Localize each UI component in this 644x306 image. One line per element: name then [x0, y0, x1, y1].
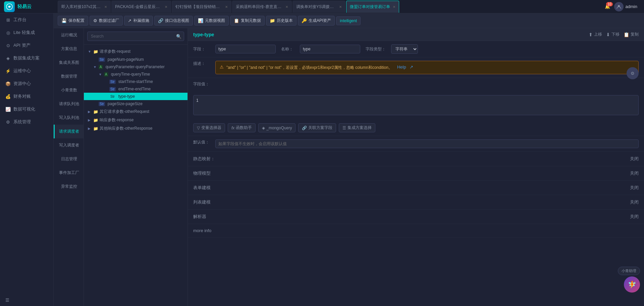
sidebar-item-resource[interactable]: 📦 资源中心 [0, 77, 53, 90]
tree-node-11[interactable]: ▶ 📁 其他响应参数-otherResponse [84, 124, 187, 133]
physical-model-value[interactable]: 关闭 [630, 170, 639, 176]
left-nav-write-scheduler[interactable]: 写入调度者 [54, 138, 84, 152]
meta-view-button[interactable]: 📊 元数据视图 [194, 16, 229, 26]
left-nav-plan[interactable]: 方案信息 [54, 42, 84, 56]
field-type-select[interactable]: 字符串 [391, 44, 418, 54]
gen-api-button[interactable]: 🔑 生成API资产 [298, 16, 335, 26]
user-info[interactable]: admin [614, 2, 637, 11]
left-nav-req-queue[interactable]: 请求队列池 [54, 97, 84, 111]
content-area: 💾 保存配置 ⚙ 数据过滤厂 ↗ 补漏措施 🔗 接口信息视图 📊 元数据视图 📋 [54, 13, 644, 306]
history-button[interactable]: 📁 历史版本 [266, 16, 297, 26]
copy-meta-button[interactable]: 📋 复制元数据 [230, 16, 265, 26]
sidebar-item-workbench[interactable]: ⊞ 工作台 [0, 13, 53, 26]
static-map-value[interactable]: 关闭 [630, 156, 639, 162]
left-nav-event-factory[interactable]: 事件加工厂 [54, 166, 84, 180]
form-build-value[interactable]: 关闭 [630, 185, 639, 191]
parser-label: 解析器 [193, 214, 206, 220]
related-field-button[interactable]: 🔗 关联方案字段 [298, 123, 336, 132]
detail-panel: type-type ⬆ 上移 ⬇ 下移 📋 复制 [188, 28, 644, 306]
search-icon: 🔍 [176, 34, 181, 39]
up-button[interactable]: ⬆ 上移 [589, 32, 602, 37]
tab-label-3: 钉钉报销【项目报销销】->金蝶付款单【班西】 [175, 4, 222, 10]
supplement-button[interactable]: ↗ 补漏措施 [124, 16, 153, 26]
parser-value[interactable]: 关闭 [630, 214, 639, 220]
left-nav-query[interactable]: 小青查数 [54, 83, 84, 97]
tree-node-6[interactable]: Str endTime-endTime [84, 85, 187, 93]
tab-label-1: 即入库对接107v2其他入库 [61, 4, 102, 10]
avatar [614, 2, 624, 11]
tab-6[interactable]: 微盟订单对接管易订单 ✕ [346, 1, 399, 13]
more-info-row: more info [188, 224, 644, 237]
sub-content: 运行概况 方案信息 集成关系图 数据管理 小青查数 请求队列池 [54, 28, 644, 306]
settings-float-button[interactable]: ⚙ [627, 67, 639, 79]
tab-close-6[interactable]: ✕ [393, 5, 395, 9]
up-label: 上移 [594, 32, 602, 37]
assistant-avatar[interactable]: 🧚 [624, 276, 640, 293]
tab-2[interactable]: PACKAGE-金蝶云星辰物料写入旺店通货品档案 ✕ [111, 1, 171, 13]
tab-close-2[interactable]: ✕ [165, 5, 167, 9]
detail-header: type-type ⬆ 上移 ⬇ 下移 📋 复制 [188, 28, 644, 41]
left-nav-req-scheduler[interactable]: 请求调度者 [54, 125, 84, 138]
left-nav-log-mgmt-label: 日志管理 [61, 157, 77, 161]
var-selector-button[interactable]: ▽ 变量选择器 [193, 123, 225, 132]
expand-icon-10: ▶ [88, 118, 92, 122]
related-field-label: 关联方案字段 [308, 125, 332, 131]
toolbar: 💾 保存配置 ⚙ 数据过滤厂 ↗ 补漏措施 🔗 接口信息视图 📊 元数据视图 📋 [54, 13, 644, 28]
down-label: 下移 [611, 32, 620, 37]
arr-icon-4: A [104, 72, 108, 77]
tree-node-4[interactable]: ▼ A queryTime-queryTime [84, 71, 187, 78]
down-button[interactable]: ⬇ 下移 [606, 32, 620, 37]
sidebar-item-ops[interactable]: ⚡ 运维中心 [0, 64, 53, 77]
sidebar-item-lite[interactable]: ◎ Lite 轻集成 [0, 26, 53, 39]
tab-close-3[interactable]: ✕ [225, 5, 228, 9]
intelligent-button[interactable]: intelligent [336, 16, 361, 25]
left-nav-relation[interactable]: 集成关系图 [54, 56, 84, 70]
interface-view-label: 接口信息视图 [165, 18, 189, 24]
copy-icon: 📋 [234, 18, 239, 23]
left-nav-anomaly[interactable]: 异常监控 [54, 180, 84, 193]
tab-1[interactable]: 即入库对接107v2其他入库 ✕ [58, 1, 111, 13]
tab-5[interactable]: 调换单对接YS调拨订单-v ✕ [292, 1, 345, 13]
tree-node-9[interactable]: ▶ 📁 其它请求参数-otherRequest [84, 107, 187, 116]
help-link[interactable]: Help [397, 64, 406, 70]
tab-4[interactable]: 采购退料单回传-赛意直接生成-N ✕ [232, 1, 292, 13]
sidebar-item-dataviz[interactable]: 📈 数据可视化 [0, 103, 53, 116]
search-input[interactable] [87, 32, 184, 41]
field-name-type-row: 字段： 名称： 字段类型： 字符串 [188, 41, 644, 57]
left-nav-write-queue[interactable]: 写入队列池 [54, 111, 84, 125]
tree-node-10[interactable]: ▶ 📁 响应参数-response [84, 116, 187, 124]
tab-label-6: 微盟订单对接管易订单 [350, 4, 390, 10]
tree-node-2[interactable]: Str pageNum-pageNum [84, 56, 187, 63]
left-nav-data-mgmt[interactable]: 数据管理 [54, 70, 84, 83]
sidebar-item-system[interactable]: ⚙ 系统管理 [0, 116, 53, 128]
copy-field-button[interactable]: 📋 复制 [624, 32, 639, 37]
func-helper-button[interactable]: fx 函数助手 [228, 123, 256, 132]
left-nav-overview[interactable]: 运行概况 [54, 28, 84, 42]
tab-close-4[interactable]: ✕ [285, 5, 288, 9]
tree-node-5[interactable]: Str startTime-startTime [84, 78, 187, 85]
sidebar-item-data-integration[interactable]: ◈ 数据集成方案 [0, 52, 53, 64]
tab-3[interactable]: 钉钉报销【项目报销销】->金蝶付款单【班西】 ✕ [172, 1, 231, 13]
tree-node-1[interactable]: ▼ 📁 请求参数-request [84, 47, 187, 56]
sidebar-item-api[interactable]: ⊙ API 资产 [0, 39, 53, 52]
tree-node-8[interactable]: Str pageSize-pageSize [84, 100, 187, 107]
data-filter-button[interactable]: ⚙ 数据过滤厂 [90, 16, 123, 26]
name-input[interactable] [300, 45, 360, 53]
sidebar-item-finance[interactable]: 💰 财务对账 [0, 90, 53, 103]
default-value-input[interactable] [215, 139, 639, 148]
tree-node-3[interactable]: ▼ A queryParameter-queryParameter [84, 63, 187, 71]
save-config-button[interactable]: 💾 保存配置 [58, 16, 88, 26]
tab-close-5[interactable]: ✕ [339, 5, 342, 9]
interface-view-button[interactable]: 🔗 接口信息视图 [154, 16, 193, 26]
tree-node-7[interactable]: Str type-type [84, 93, 187, 100]
plan-select-button[interactable]: ☰ 集成方案选择 [339, 123, 375, 132]
expand-icon-4: ▼ [99, 73, 103, 76]
tab-close-1[interactable]: ✕ [104, 5, 107, 9]
list-build-value[interactable]: 关闭 [630, 199, 639, 205]
field-value-editor[interactable]: 1 [193, 95, 639, 115]
left-nav-log-mgmt[interactable]: 日志管理 [54, 152, 84, 166]
field-input[interactable] [215, 45, 276, 53]
notification-button[interactable]: 🔔 10 [605, 4, 610, 9]
mongo-query-button[interactable]: ◈ _mongoQuery [258, 123, 296, 132]
sidebar-expand-button[interactable]: ☰ [0, 294, 53, 306]
